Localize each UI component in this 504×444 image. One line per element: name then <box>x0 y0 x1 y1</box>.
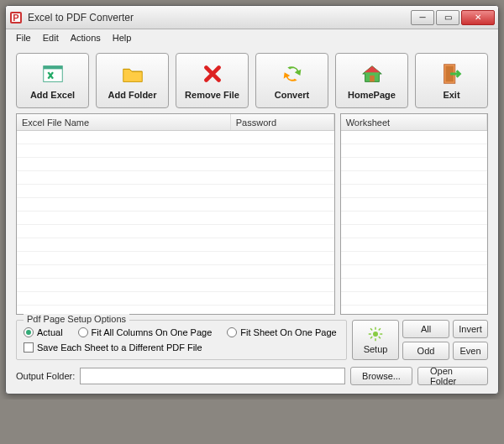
convert-label: Convert <box>275 90 310 100</box>
odd-button[interactable]: Odd <box>402 342 449 360</box>
add-folder-button[interactable]: Add Folder <box>96 53 169 108</box>
homepage-label: HomePage <box>348 90 396 100</box>
add-excel-label: Add Excel <box>30 90 75 100</box>
even-button[interactable]: Even <box>453 342 488 360</box>
list-row <box>341 131 487 144</box>
add-excel-button[interactable]: Add Excel <box>16 53 89 108</box>
remove-file-button[interactable]: Remove File <box>176 53 249 108</box>
svg-rect-13 <box>370 327 373 330</box>
radio-fit-sheet-label: Fit Sheet On One Page <box>240 327 336 337</box>
list-row <box>341 292 487 306</box>
svg-rect-14 <box>378 336 381 338</box>
file-list-header: Excel File Name Password <box>17 114 334 131</box>
file-list-rows <box>17 131 334 314</box>
list-row <box>17 185 334 198</box>
close-button[interactable]: ✕ <box>461 10 495 25</box>
list-row <box>17 238 334 252</box>
svg-rect-11 <box>369 333 371 335</box>
selection-buttons: All Invert Setup Odd Even <box>352 320 488 360</box>
worksheet-list[interactable]: Worksheet <box>340 113 488 315</box>
list-row <box>17 198 334 212</box>
radio-actual[interactable]: Actual <box>24 327 63 337</box>
home-icon <box>360 61 385 86</box>
svg-rect-4 <box>43 66 62 70</box>
output-label: Output Folder: <box>16 371 75 381</box>
checkbox-save-each[interactable]: Save Each Sheet to a Different PDF File <box>24 342 339 353</box>
list-row <box>17 131 334 144</box>
window-title: Excel to PDF Converter <box>28 12 409 24</box>
exit-label: Exit <box>443 90 459 100</box>
exit-icon <box>439 61 465 86</box>
list-row <box>341 265 487 279</box>
window-controls: ─ ▭ ✕ <box>409 10 495 25</box>
remove-file-label: Remove File <box>185 90 239 100</box>
titlebar: P Excel to PDF Converter ─ ▭ ✕ <box>6 6 498 29</box>
list-row <box>341 225 487 238</box>
invert-button[interactable]: Invert <box>453 320 488 338</box>
list-row <box>341 158 487 171</box>
svg-rect-12 <box>380 333 382 335</box>
minimize-button[interactable]: ─ <box>411 10 434 25</box>
worksheet-list-rows <box>341 131 487 314</box>
svg-rect-9 <box>375 326 376 329</box>
remove-icon <box>200 61 225 86</box>
all-button[interactable]: All <box>402 320 449 338</box>
page-setup-legend: Pdf Page Setup Options <box>24 314 129 324</box>
homepage-button[interactable]: HomePage <box>335 53 408 108</box>
menu-edit[interactable]: Edit <box>43 33 59 43</box>
output-row: Output Folder: Browse... Open Folder <box>16 367 488 385</box>
col-password[interactable]: Password <box>231 114 334 130</box>
radio-fit-columns-label: Fit All Columns On One Page <box>92 327 213 337</box>
checkbox-save-each-label: Save Each Sheet to a Different PDF File <box>37 342 202 353</box>
content-area: Add Excel Add Folder Remove File Convert… <box>6 46 498 394</box>
app-icon: P <box>9 11 23 24</box>
svg-point-8 <box>373 332 378 337</box>
menu-help[interactable]: Help <box>113 33 132 43</box>
exit-button[interactable]: Exit <box>415 53 488 108</box>
add-folder-label: Add Folder <box>108 90 156 100</box>
open-folder-button[interactable]: Open Folder <box>417 367 488 385</box>
col-worksheet[interactable]: Worksheet <box>341 114 487 130</box>
list-row <box>341 198 487 212</box>
excel-icon <box>40 61 66 86</box>
menu-file[interactable]: File <box>16 33 31 43</box>
folder-icon <box>120 61 145 86</box>
setup-button[interactable]: Setup <box>352 320 399 360</box>
svg-text:P: P <box>13 13 18 23</box>
output-folder-input[interactable] <box>80 368 345 384</box>
list-row <box>17 144 334 158</box>
maximize-button[interactable]: ▭ <box>436 10 459 25</box>
bottom-controls: Pdf Page Setup Options Actual Fit All Co… <box>16 320 488 360</box>
list-row <box>17 212 334 225</box>
list-row <box>17 292 334 306</box>
radio-fit-sheet[interactable]: Fit Sheet On One Page <box>227 327 336 337</box>
list-row <box>341 144 487 158</box>
setup-label: Setup <box>364 344 388 354</box>
svg-rect-16 <box>370 336 373 338</box>
convert-icon <box>280 61 305 86</box>
page-setup-group: Pdf Page Setup Options Actual Fit All Co… <box>16 320 347 360</box>
svg-rect-15 <box>378 327 381 330</box>
list-row <box>341 185 487 198</box>
list-row <box>341 279 487 292</box>
col-filename[interactable]: Excel File Name <box>17 114 231 130</box>
menubar: File Edit Actions Help <box>6 29 498 46</box>
file-list[interactable]: Excel File Name Password <box>16 113 335 315</box>
list-panels: Excel File Name Password Worksheet <box>16 113 488 315</box>
list-row <box>341 212 487 225</box>
convert-button[interactable]: Convert <box>255 53 328 108</box>
svg-rect-10 <box>375 338 376 341</box>
toolbar: Add Excel Add Folder Remove File Convert… <box>16 53 488 108</box>
list-row <box>17 225 334 238</box>
radio-fit-columns[interactable]: Fit All Columns On One Page <box>78 327 213 337</box>
list-row <box>341 252 487 265</box>
app-window: P Excel to PDF Converter ─ ▭ ✕ File Edit… <box>5 5 499 394</box>
menu-actions[interactable]: Actions <box>71 33 101 43</box>
list-row <box>17 252 334 265</box>
browse-button[interactable]: Browse... <box>350 367 412 385</box>
gear-icon <box>368 326 383 343</box>
svg-rect-5 <box>370 76 375 82</box>
list-row <box>17 265 334 279</box>
list-row <box>341 171 487 185</box>
list-row <box>341 238 487 252</box>
